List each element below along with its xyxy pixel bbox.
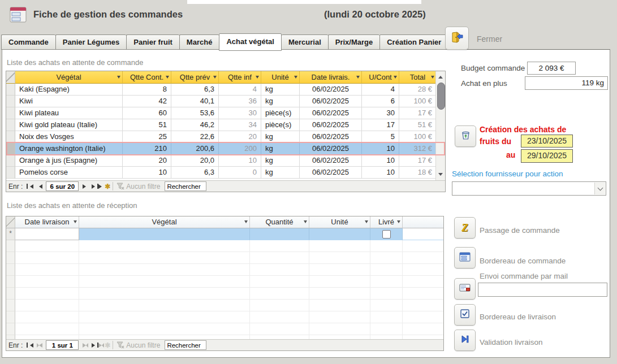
filter-dropdown-icon[interactable]	[365, 220, 368, 225]
table-cell[interactable]: 40,1	[171, 96, 219, 107]
row-selector[interactable]	[6, 107, 15, 119]
orders-column-header[interactable]: Total	[399, 71, 437, 84]
table-cell[interactable]: Kaki (Espagne)	[15, 84, 123, 96]
table-cell[interactable]: kg	[261, 131, 300, 143]
create-fruit-purchases-button[interactable]	[455, 125, 476, 147]
filter-dropdown-icon[interactable]	[356, 76, 360, 80]
table-cell[interactable]: 36	[219, 96, 261, 107]
livre-checkbox[interactable]	[382, 230, 391, 239]
table-cell[interactable]: 6,3	[171, 84, 219, 96]
delivery-slip-button[interactable]	[454, 304, 476, 326]
table-row[interactable]: Orange washington (Italie)210200,6200kg0…	[6, 143, 445, 155]
first-record-icon[interactable]	[25, 341, 34, 350]
tab-panier-legumes[interactable]: Panier Légumes	[55, 34, 126, 50]
next-record-icon[interactable]	[80, 341, 90, 350]
table-cell[interactable]: 60	[123, 107, 171, 119]
table-cell[interactable]	[370, 228, 403, 240]
table-cell[interactable]: 4	[219, 84, 261, 96]
table-row[interactable]: Kiwi gold plateau (Italie)5146,234pièce(…	[6, 119, 445, 131]
table-cell[interactable]: 210	[123, 143, 171, 155]
filter-dropdown-icon[interactable]	[74, 220, 77, 225]
table-cell[interactable]: 30	[362, 107, 399, 119]
table-cell[interactable]: Kiwi	[15, 96, 123, 107]
previous-record-icon[interactable]	[34, 341, 44, 350]
table-cell[interactable]: 34	[219, 119, 261, 131]
row-selector[interactable]	[6, 240, 15, 252]
row-selector[interactable]	[6, 288, 15, 300]
table-cell[interactable]: 17 €	[399, 155, 437, 167]
table-cell[interactable]: 4	[362, 84, 399, 96]
orders-column-header[interactable]: Qtte prév	[171, 71, 219, 84]
table-cell[interactable]: 6,3	[171, 167, 219, 179]
orders-select-all-corner[interactable]	[6, 71, 15, 84]
new-record-icon[interactable]: ✱	[100, 182, 109, 191]
first-record-icon[interactable]	[25, 182, 34, 191]
row-selector[interactable]	[6, 323, 15, 335]
table-cell[interactable]: Pomelos corse	[15, 167, 123, 179]
table-cell[interactable]: 51 €	[399, 119, 437, 131]
reception-search-input[interactable]	[165, 340, 206, 350]
table-cell[interactable]: 5	[362, 131, 399, 143]
filter-dropdown-icon[interactable]	[397, 220, 400, 225]
reception-column-header[interactable]: Unité	[309, 216, 370, 228]
table-row[interactable]: Kiwi4240,136kg06/02/20256100 €	[6, 96, 445, 107]
table-row[interactable]: Kiwi plateau6053,630pièce(s)06/02/202530…	[6, 107, 445, 119]
table-cell[interactable]: Noix des Vosges	[15, 131, 123, 143]
row-selector[interactable]	[6, 143, 15, 155]
tab-marche[interactable]: Marché	[179, 34, 219, 50]
reception-column-header[interactable]: Quantité	[250, 216, 309, 228]
orders-vertical-scrollbar[interactable]	[435, 71, 445, 180]
row-selector[interactable]	[6, 276, 15, 288]
table-cell[interactable]: 10	[362, 167, 399, 179]
supplier-combobox[interactable]	[452, 181, 606, 196]
table-cell[interactable]: 200	[219, 143, 261, 155]
filter-status[interactable]: Aucun filtre	[117, 183, 160, 190]
table-cell[interactable]: 42	[123, 96, 171, 107]
table-cell[interactable]: 06/02/2025	[300, 96, 362, 107]
table-cell[interactable]: 200,6	[171, 143, 219, 155]
email-order-input[interactable]	[478, 283, 607, 297]
row-selector[interactable]	[6, 167, 15, 179]
table-cell[interactable]: Orange washington (Italie)	[15, 143, 123, 155]
scroll-up-icon[interactable]	[436, 71, 445, 81]
new-record-row[interactable]: *	[6, 228, 443, 240]
tab-achat-vegetal[interactable]: Achat végétal	[219, 33, 282, 51]
table-row[interactable]: Noix des Vosges2522,620kg06/02/20255100 …	[6, 131, 445, 143]
tab-prix-marge[interactable]: Prix/Marge	[328, 34, 379, 50]
date-from-field[interactable]: 23/10/2025	[521, 135, 573, 148]
table-cell[interactable]: pièce(s)	[261, 107, 300, 119]
filter-dropdown-icon[interactable]	[431, 76, 434, 80]
table-cell[interactable]: 10	[219, 155, 261, 167]
table-row[interactable]: Orange à jus (Espagne)2020,010kg06/02/20…	[6, 155, 445, 167]
record-position-box[interactable]	[46, 340, 79, 350]
table-cell[interactable]: 20,0	[171, 155, 219, 167]
orders-column-header[interactable]: Végétal	[15, 71, 123, 84]
table-cell[interactable]: kg	[261, 143, 300, 155]
row-selector[interactable]	[6, 252, 15, 264]
table-cell[interactable]: 06/02/2025	[300, 107, 362, 119]
table-cell[interactable]: 51	[123, 119, 171, 131]
table-cell[interactable]: 53,6	[171, 107, 219, 119]
table-cell[interactable]: kg	[261, 96, 300, 107]
tab-panier-fruit[interactable]: Panier fruit	[126, 34, 179, 50]
row-selector[interactable]	[6, 311, 15, 323]
row-selector[interactable]	[6, 155, 15, 167]
filter-dropdown-icon[interactable]	[304, 220, 307, 225]
table-cell[interactable]	[79, 228, 250, 240]
table-cell[interactable]: Kiwi plateau	[15, 107, 123, 119]
filter-dropdown-icon[interactable]	[117, 76, 120, 80]
orders-column-header[interactable]: Qtte inf	[219, 71, 261, 84]
combo-dropdown-button[interactable]	[594, 183, 605, 194]
previous-record-icon[interactable]	[34, 182, 44, 191]
table-cell[interactable]: 312 €	[399, 143, 437, 155]
new-record-selector[interactable]: *	[6, 228, 15, 240]
row-selector[interactable]	[6, 119, 15, 131]
table-cell[interactable]: Kiwi gold plateau (Italie)	[15, 119, 123, 131]
tab-commande[interactable]: Commande	[1, 34, 55, 50]
filter-dropdown-icon[interactable]	[213, 76, 217, 80]
reception-column-header[interactable]: Livré	[370, 216, 403, 228]
table-cell[interactable]: 17	[362, 119, 399, 131]
row-selector[interactable]	[6, 84, 15, 96]
scroll-down-icon[interactable]	[436, 171, 445, 180]
filter-dropdown-icon[interactable]	[294, 76, 297, 80]
